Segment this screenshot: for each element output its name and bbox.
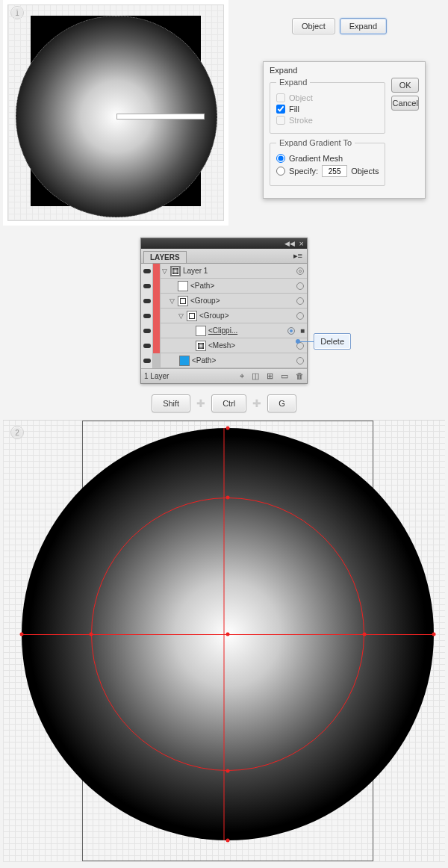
label-objects: Objects bbox=[351, 167, 379, 176]
dialog-title: Expand bbox=[270, 66, 419, 75]
anchor-inner-bottom[interactable] bbox=[226, 769, 230, 773]
anchor-right[interactable] bbox=[432, 633, 436, 636]
item-name[interactable]: <Path> bbox=[190, 282, 293, 290]
anchor-center[interactable] bbox=[226, 633, 230, 636]
target-icon[interactable] bbox=[296, 297, 304, 305]
eye-icon[interactable] bbox=[143, 314, 151, 318]
item-name[interactable]: <Group> bbox=[199, 311, 293, 320]
cancel-button[interactable]: Cancel bbox=[391, 96, 419, 111]
item-name[interactable]: <Group> bbox=[190, 297, 293, 305]
anchor-inner-top[interactable] bbox=[226, 496, 230, 500]
target-icon[interactable] bbox=[296, 312, 304, 320]
lock-col[interactable] bbox=[153, 323, 161, 338]
layer-row-clipping[interactable]: <Clippi... ■ bbox=[141, 323, 307, 338]
item-thumb bbox=[179, 356, 190, 366]
anchor-bottom[interactable] bbox=[226, 839, 230, 843]
layer-row-path[interactable]: <Path> bbox=[141, 279, 307, 294]
layers-panel-wrap: ◀◀ × LAYERS ▸≡ ▽ Layer 1 <Path> bbox=[140, 238, 308, 384]
expand-to-legend: Expand Gradient To bbox=[276, 138, 355, 147]
layer-name[interactable]: Layer 1 bbox=[183, 267, 293, 275]
plus-icon: ✚ bbox=[196, 397, 205, 409]
section-1: 1 Object Expand Expand Expand Object Fil… bbox=[0, 0, 448, 224]
label-gradient-mesh: Gradient Mesh bbox=[289, 154, 343, 163]
panel-titlebar[interactable]: ◀◀ × bbox=[141, 238, 307, 249]
eye-icon[interactable] bbox=[143, 284, 151, 288]
item-name-clipping[interactable]: <Clippi... bbox=[208, 326, 284, 335]
lock-col[interactable] bbox=[153, 353, 161, 368]
key-ctrl: Ctrl bbox=[211, 394, 246, 412]
item-thumb bbox=[178, 281, 188, 291]
layer-row-layer1[interactable]: ▽ Layer 1 bbox=[141, 264, 307, 279]
ok-button[interactable]: OK bbox=[391, 78, 419, 93]
label-object: Object bbox=[289, 93, 313, 102]
make-clip-icon[interactable]: ◫ bbox=[252, 371, 259, 381]
anchor-top[interactable] bbox=[226, 427, 230, 430]
close-icon[interactable]: × bbox=[299, 240, 304, 248]
expand-to-fieldset: Expand Gradient To Gradient Mesh Specify… bbox=[270, 138, 385, 186]
gradient-annotator[interactable] bbox=[116, 114, 205, 120]
layer-thumb bbox=[170, 266, 181, 276]
item-name[interactable]: <Mesh> bbox=[208, 341, 293, 350]
layer-row-mesh[interactable]: <Mesh> bbox=[141, 338, 307, 353]
anchor-left[interactable] bbox=[20, 633, 24, 636]
twirl-icon[interactable]: ▽ bbox=[177, 312, 184, 320]
key-g: G bbox=[267, 394, 296, 412]
menu-path: Object Expand bbox=[292, 18, 387, 34]
eye-icon[interactable] bbox=[143, 299, 151, 303]
twirl-icon[interactable]: ▽ bbox=[161, 267, 168, 275]
radial-gradient-ellipse[interactable] bbox=[16, 16, 217, 217]
delete-label: Delete bbox=[314, 333, 351, 350]
eye-icon[interactable] bbox=[143, 344, 151, 348]
artboard-2[interactable] bbox=[3, 420, 445, 862]
panel-footer: 1 Layer ⌖ ◫ ⊞ ▭ 🗑 bbox=[141, 368, 307, 383]
eye-icon[interactable] bbox=[143, 329, 151, 333]
checkbox-object bbox=[276, 93, 285, 102]
collapse-icon[interactable]: ◀◀ bbox=[284, 240, 295, 247]
checkbox-fill[interactable] bbox=[276, 105, 285, 114]
expand-fieldset: Expand Object Fill Stroke bbox=[270, 78, 385, 134]
menu-object[interactable]: Object bbox=[292, 18, 335, 34]
lock-col[interactable] bbox=[153, 338, 161, 353]
anchor-inner-left[interactable] bbox=[90, 633, 93, 636]
layer-count: 1 Layer bbox=[144, 372, 169, 380]
layers-panel: ◀◀ × LAYERS ▸≡ ▽ Layer 1 <Path> bbox=[140, 238, 308, 384]
radio-gradient-mesh[interactable] bbox=[276, 154, 285, 163]
lock-col[interactable] bbox=[153, 279, 161, 294]
delete-tooltip: Delete bbox=[296, 333, 351, 350]
label-specify: Specify: bbox=[289, 167, 318, 176]
twirl-icon[interactable]: ▽ bbox=[168, 297, 175, 305]
layer-row-group[interactable]: ▽ <Group> bbox=[141, 294, 307, 309]
layer-row-group-2[interactable]: ▽ <Group> bbox=[141, 309, 307, 323]
label-stroke: Stroke bbox=[289, 116, 313, 125]
layers-tab[interactable]: LAYERS bbox=[143, 251, 187, 263]
item-thumb bbox=[196, 326, 206, 336]
target-icon[interactable] bbox=[296, 267, 304, 275]
expand-legend: Expand bbox=[276, 78, 310, 87]
panel-menu-icon[interactable]: ▸≡ bbox=[289, 249, 307, 263]
item-name[interactable]: <Path> bbox=[192, 356, 293, 365]
menu-expand[interactable]: Expand bbox=[340, 18, 387, 34]
target-icon-selected[interactable] bbox=[287, 327, 295, 335]
target-icon[interactable] bbox=[296, 282, 304, 290]
radio-specify[interactable] bbox=[276, 167, 285, 176]
expand-dialog: Expand Expand Object Fill Stroke Expand … bbox=[263, 61, 426, 199]
item-thumb bbox=[178, 296, 188, 306]
artboard-1[interactable] bbox=[7, 4, 224, 221]
checkbox-stroke bbox=[276, 116, 285, 125]
keyboard-shortcut: Shift ✚ Ctrl ✚ G bbox=[0, 394, 448, 412]
locate-icon[interactable]: ⌖ bbox=[240, 371, 244, 381]
lock-col[interactable] bbox=[153, 264, 161, 279]
trash-icon[interactable]: 🗑 bbox=[296, 371, 304, 381]
eye-icon[interactable] bbox=[143, 269, 151, 273]
anchor-inner-right[interactable] bbox=[363, 633, 367, 636]
lock-col[interactable] bbox=[153, 294, 161, 309]
item-thumb bbox=[187, 311, 197, 321]
input-specify-count[interactable] bbox=[322, 165, 347, 177]
lock-col[interactable] bbox=[153, 309, 161, 323]
layer-row-path-2[interactable]: <Path> bbox=[141, 353, 307, 368]
eye-icon[interactable] bbox=[143, 359, 151, 363]
layer-list: ▽ Layer 1 <Path> ▽ <Group> bbox=[141, 264, 307, 368]
target-icon[interactable] bbox=[296, 357, 304, 365]
new-sublayer-icon[interactable]: ⊞ bbox=[267, 371, 273, 381]
new-layer-icon[interactable]: ▭ bbox=[281, 371, 288, 381]
